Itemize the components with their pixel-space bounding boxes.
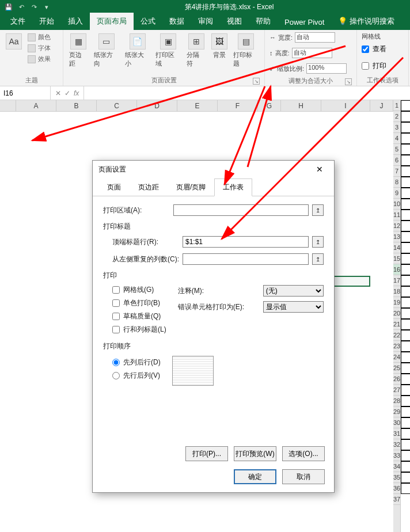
top-rows-input[interactable]: [183, 236, 309, 248]
table-cell[interactable]: 01: [401, 210, 410, 221]
dlg-tab-headerfooter[interactable]: 页眉/页脚: [168, 178, 214, 196]
dlg-print-button[interactable]: 打印(P)...: [185, 446, 228, 461]
table-cell[interactable]: 01: [401, 385, 410, 396]
table-cell[interactable]: 01: [401, 308, 410, 319]
background-button[interactable]: 🖼背景: [210, 32, 229, 60]
dialog-close-button[interactable]: ✕: [311, 162, 328, 176]
table-cell[interactable]: 01: [401, 231, 410, 242]
row-header-25[interactable]: 25: [393, 363, 400, 374]
row-header-36[interactable]: 36: [393, 483, 400, 494]
row-header-18[interactable]: 18: [393, 286, 400, 297]
table-cell[interactable]: 01: [401, 330, 410, 341]
table-cell[interactable]: 01: [401, 406, 410, 417]
row-header-17[interactable]: 17: [393, 275, 400, 286]
row-header-34[interactable]: 34: [393, 461, 400, 472]
tab-home[interactable]: 开始: [32, 13, 61, 30]
table-cell[interactable]: 01: [401, 177, 410, 188]
dialog-title-bar[interactable]: 页面设置 ✕: [93, 161, 334, 178]
undo-icon[interactable]: ↶: [16, 2, 26, 12]
tab-page-layout[interactable]: 页面布局: [90, 13, 134, 30]
cancel-fx-icon[interactable]: ✕: [55, 89, 61, 97]
row-header-22[interactable]: 22: [393, 330, 400, 341]
chk-rowcol[interactable]: [112, 326, 120, 333]
tab-view[interactable]: 视图: [220, 13, 249, 30]
row-header-11[interactable]: 11: [393, 210, 400, 221]
table-cell[interactable]: 01: [401, 264, 410, 275]
table-cell[interactable]: 01: [401, 374, 410, 385]
gridlines-view-check[interactable]: [362, 45, 369, 53]
enter-fx-icon[interactable]: ✓: [64, 89, 70, 97]
scale-width-select[interactable]: 自动: [295, 32, 335, 43]
chk-draft[interactable]: [112, 313, 120, 320]
chk-bw[interactable]: [112, 299, 120, 307]
table-cell[interactable]: 01: [401, 166, 410, 177]
tab-data[interactable]: 数据: [162, 13, 191, 30]
col-header-G[interactable]: G: [258, 100, 281, 111]
dlg-preview-button[interactable]: 打印预览(W): [234, 446, 276, 461]
table-cell[interactable]: 01: [401, 253, 410, 264]
row-header-24[interactable]: 24: [393, 352, 400, 363]
fonts-button[interactable]: 字体: [26, 43, 52, 53]
col-header-D[interactable]: D: [137, 100, 177, 111]
table-cell[interactable]: 01: [401, 428, 410, 439]
table-cell[interactable]: 01: [401, 297, 410, 308]
col-header-B[interactable]: B: [56, 100, 97, 111]
effects-button[interactable]: 效果: [26, 54, 52, 64]
col-header-I[interactable]: I: [321, 100, 370, 111]
chk-gridlines[interactable]: [112, 286, 120, 294]
row-header-4[interactable]: 4: [393, 133, 400, 144]
gridlines-print-check[interactable]: [362, 62, 369, 70]
tab-formulas[interactable]: 公式: [134, 13, 162, 30]
comments-select[interactable]: (无): [263, 285, 324, 297]
table-cell[interactable]: 01: [401, 122, 410, 133]
table-cell[interactable]: 01: [401, 450, 410, 461]
tab-file[interactable]: 文件: [3, 13, 32, 30]
dlg-tab-page[interactable]: 页面: [98, 178, 130, 196]
save-icon[interactable]: 💾: [3, 2, 14, 12]
row-header-33[interactable]: 33: [393, 450, 400, 461]
table-cell[interactable]: 01: [401, 188, 410, 199]
ok-button[interactable]: 确定: [234, 469, 276, 484]
tab-help[interactable]: 帮助: [249, 13, 278, 30]
fx-icon[interactable]: fx: [74, 89, 79, 97]
breaks-button[interactable]: ⊞分隔符: [185, 32, 207, 69]
col-header-C[interactable]: C: [97, 100, 137, 111]
row-header-21[interactable]: 21: [393, 319, 400, 330]
row-header-37[interactable]: 37: [393, 494, 400, 505]
table-header[interactable]: 月: [401, 100, 410, 111]
table-cell[interactable]: 01: [401, 286, 410, 297]
margins-button[interactable]: ▦页边距: [68, 32, 89, 69]
row-header-5[interactable]: 5: [393, 144, 400, 155]
row-header-13[interactable]: 13: [393, 231, 400, 242]
dlg-options-button[interactable]: 选项(O)...: [282, 446, 325, 461]
colors-button[interactable]: 颜色: [26, 32, 52, 42]
table-cell[interactable]: 01: [401, 242, 410, 253]
print-area-input[interactable]: [173, 204, 309, 216]
col-header-E[interactable]: E: [177, 100, 218, 111]
row-header-27[interactable]: 27: [393, 385, 400, 396]
table-cell[interactable]: 01: [401, 111, 410, 122]
redo-icon[interactable]: ↷: [29, 2, 39, 12]
col-header-F[interactable]: F: [218, 100, 258, 111]
left-cols-ref-button[interactable]: ↥: [312, 253, 324, 265]
row-header-1[interactable]: 1: [393, 100, 400, 111]
table-cell[interactable]: 01: [401, 319, 410, 330]
row-header-20[interactable]: 20: [393, 308, 400, 319]
table-cell[interactable]: 01: [401, 155, 410, 166]
themes-button[interactable]: Aa: [5, 32, 23, 51]
row-header-29[interactable]: 29: [393, 406, 400, 417]
row-header-14[interactable]: 14: [393, 242, 400, 253]
print-area-button[interactable]: ▣打印区域: [154, 32, 182, 69]
row-header-16[interactable]: 16: [393, 264, 400, 275]
pagesetup-dialog-launcher[interactable]: ↘: [253, 78, 260, 85]
row-header-32[interactable]: 32: [393, 439, 400, 450]
row-header-7[interactable]: 7: [393, 166, 400, 177]
table-cell[interactable]: 01: [401, 483, 410, 494]
row-header-19[interactable]: 19: [393, 297, 400, 308]
row-header-35[interactable]: 35: [393, 472, 400, 483]
tab-review[interactable]: 审阅: [191, 13, 220, 30]
table-cell[interactable]: 01: [401, 439, 410, 450]
radio-down-over[interactable]: [112, 359, 120, 366]
scale-pct-input[interactable]: 100%: [306, 63, 347, 74]
print-titles-button[interactable]: ▤打印标题: [232, 32, 260, 69]
